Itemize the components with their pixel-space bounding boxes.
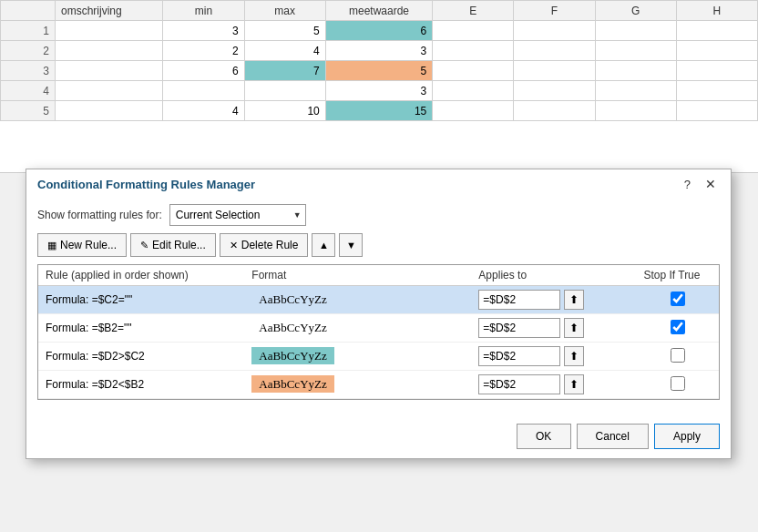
range-select-btn-4[interactable]: ⬆ — [564, 374, 584, 394]
show-rules-select[interactable]: Current Selection — [169, 204, 306, 226]
rule-format-3: AaBbCcYyZz — [244, 343, 471, 371]
cell-meetwaarde[interactable]: 5 — [325, 61, 432, 81]
col-header-meetwaarde: meetwaarde — [325, 1, 432, 21]
rule-row-2[interactable]: Formula: =$B2="" AaBbCcYyZz ⬆ — [38, 314, 719, 343]
cell-h[interactable] — [676, 41, 757, 61]
cell-min[interactable]: 2 — [163, 41, 244, 61]
cell-omschrijving[interactable] — [56, 21, 163, 41]
cell-max[interactable]: 10 — [244, 101, 325, 121]
stop-if-true-cell-4 — [636, 371, 719, 399]
cell-omschrijving[interactable] — [56, 101, 163, 121]
spreadsheet-area: omschrijving min max meetwaarde E F G H … — [0, 0, 758, 173]
rule-format-1: AaBbCcYyZz — [244, 286, 471, 314]
applies-to-input-2[interactable] — [478, 318, 560, 338]
move-down-button[interactable]: ▼ — [339, 233, 363, 257]
col-header-g: G — [595, 1, 676, 21]
cell-h[interactable] — [676, 21, 757, 41]
cell-h[interactable] — [676, 81, 757, 101]
range-select-btn-2[interactable]: ⬆ — [564, 318, 584, 338]
stop-if-true-check-4[interactable] — [671, 376, 685, 391]
stop-if-true-check-3[interactable] — [671, 348, 685, 363]
delete-rule-button[interactable]: ✕ Delete Rule — [220, 233, 309, 257]
cell-max[interactable]: 5 — [244, 21, 325, 41]
cell-g[interactable] — [595, 101, 676, 121]
rule-row-1[interactable]: Formula: =$C2="" AaBbCcYyZz ⬆ — [38, 286, 719, 314]
table-header-row: Rule (applied in order shown) Format App… — [38, 265, 719, 286]
stop-if-true-check-2[interactable] — [671, 320, 685, 334]
move-up-button[interactable]: ▲ — [312, 233, 335, 257]
edit-rule-button[interactable]: ✎ Edit Rule... — [130, 233, 216, 257]
cell-omschrijving[interactable] — [56, 61, 163, 81]
format-preview-3: AaBbCcYyZz — [251, 347, 333, 364]
applies-to-input-3[interactable] — [478, 346, 560, 366]
cell-omschrijving[interactable] — [56, 81, 163, 101]
cell-e[interactable] — [433, 101, 514, 121]
dialog-titlebar: Conditional Formatting Rules Manager ? ✕ — [26, 169, 731, 197]
delete-rule-icon: ✕ — [230, 240, 238, 251]
cell-f[interactable] — [514, 61, 595, 81]
cell-meetwaarde[interactable]: 15 — [325, 101, 432, 121]
close-button[interactable]: ✕ — [702, 177, 720, 191]
cell-f[interactable] — [514, 41, 595, 61]
applies-to-input-4[interactable] — [478, 374, 560, 394]
cell-e[interactable] — [433, 21, 514, 41]
applies-to-input-1[interactable] — [478, 290, 560, 310]
rule-row-4[interactable]: Formula: =$D2<$B2 AaBbCcYyZz ⬆ — [38, 371, 719, 399]
cell-meetwaarde[interactable]: 6 — [325, 21, 432, 41]
cell-f[interactable] — [514, 101, 595, 121]
col-header-rule: Rule (applied in order shown) — [38, 265, 244, 286]
cancel-button[interactable]: Cancel — [577, 424, 649, 449]
new-rule-button[interactable]: ▦ New Rule... — [37, 233, 127, 257]
range-select-btn-3[interactable]: ⬆ — [564, 346, 584, 366]
row-num: 2 — [1, 41, 56, 61]
rule-formula-1: Formula: =$C2="" — [38, 286, 244, 314]
apply-button[interactable]: Apply — [654, 424, 720, 449]
dialog-body: Show formatting rules for: Current Selec… — [26, 197, 731, 418]
cell-min[interactable]: 4 — [163, 101, 244, 121]
table-row: 2 2 4 3 — [1, 41, 758, 61]
cell-omschrijving[interactable] — [56, 41, 163, 61]
cell-e[interactable] — [433, 61, 514, 81]
stop-if-true-check-1[interactable] — [671, 292, 685, 306]
applies-to-cell-2: ⬆ — [478, 318, 629, 338]
applies-to-cell-3: ⬆ — [478, 346, 629, 366]
dialog-footer: OK Cancel Apply — [26, 418, 731, 458]
cell-min[interactable]: 3 — [163, 21, 244, 41]
cell-g[interactable] — [595, 21, 676, 41]
col-header-stop: Stop If True — [636, 265, 719, 286]
rules-toolbar: ▦ New Rule... ✎ Edit Rule... ✕ Delete Ru… — [37, 233, 720, 257]
table-row: 4 3 — [1, 81, 758, 101]
stop-if-true-cell-2 — [636, 314, 719, 343]
range-select-btn-1[interactable]: ⬆ — [564, 290, 584, 310]
help-button[interactable]: ? — [681, 178, 694, 191]
cell-max[interactable]: 4 — [244, 41, 325, 61]
col-header-max: max — [244, 1, 325, 21]
cell-min[interactable]: 6 — [163, 61, 244, 81]
cell-h[interactable] — [676, 61, 757, 81]
cell-g[interactable] — [595, 81, 676, 101]
cell-g[interactable] — [595, 41, 676, 61]
down-arrow-icon: ▼ — [346, 240, 356, 251]
rule-formula-4: Formula: =$D2<$B2 — [38, 371, 244, 399]
cell-e[interactable] — [433, 81, 514, 101]
applies-to-cell-4: ⬆ — [478, 374, 629, 394]
cell-e[interactable] — [433, 41, 514, 61]
cell-max[interactable] — [244, 81, 325, 101]
ok-button[interactable]: OK — [517, 424, 571, 449]
rule-row-3[interactable]: Formula: =$D2>$C2 AaBbCcYyZz ⬆ — [38, 343, 719, 371]
cell-g[interactable] — [595, 61, 676, 81]
new-rule-icon: ▦ — [47, 240, 56, 251]
up-arrow-icon: ▲ — [319, 240, 329, 251]
table-row: 5 4 10 15 — [1, 101, 758, 121]
cell-max[interactable]: 7 — [244, 61, 325, 81]
delete-rule-label: Delete Rule — [241, 239, 299, 251]
cell-min[interactable] — [163, 81, 244, 101]
rules-table-container: Rule (applied in order shown) Format App… — [37, 264, 720, 400]
cell-meetwaarde[interactable]: 3 — [325, 41, 432, 61]
cell-h[interactable] — [676, 101, 757, 121]
cell-f[interactable] — [514, 21, 595, 41]
cell-f[interactable] — [514, 81, 595, 101]
row-num: 1 — [1, 21, 56, 41]
cell-meetwaarde[interactable]: 3 — [325, 81, 432, 101]
show-rules-row: Show formatting rules for: Current Selec… — [37, 204, 720, 226]
